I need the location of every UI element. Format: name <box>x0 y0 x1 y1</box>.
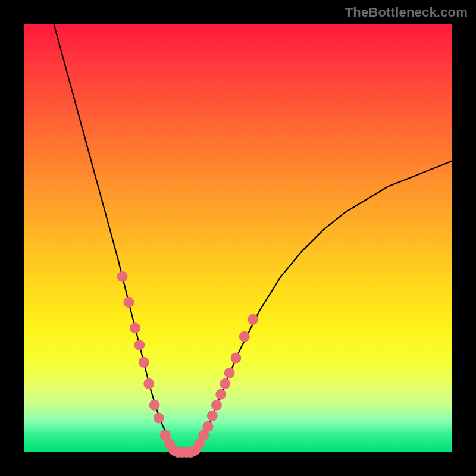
scatter-dot <box>224 368 235 378</box>
curve-line <box>54 24 452 452</box>
plot-area <box>24 24 452 452</box>
scatter-dots <box>117 271 259 458</box>
scatter-dot <box>239 331 250 342</box>
scatter-dot <box>143 378 154 389</box>
scatter-dot <box>211 400 222 411</box>
scatter-dot <box>123 297 134 308</box>
chart-svg <box>24 24 452 452</box>
scatter-dot <box>230 353 241 364</box>
scatter-dot <box>154 412 164 423</box>
chart-stage: TheBottleneck.com <box>0 0 476 476</box>
scatter-dot <box>220 378 230 389</box>
watermark-text: TheBottleneck.com <box>345 5 468 20</box>
scatter-dot <box>134 340 145 350</box>
scatter-dot <box>207 411 218 421</box>
scatter-dot <box>139 357 149 368</box>
scatter-dot <box>149 400 160 411</box>
scatter-dot <box>130 322 140 333</box>
scatter-dot <box>203 421 214 432</box>
scatter-dot <box>215 389 226 400</box>
scatter-dot <box>117 271 128 282</box>
scatter-dot <box>248 314 258 325</box>
